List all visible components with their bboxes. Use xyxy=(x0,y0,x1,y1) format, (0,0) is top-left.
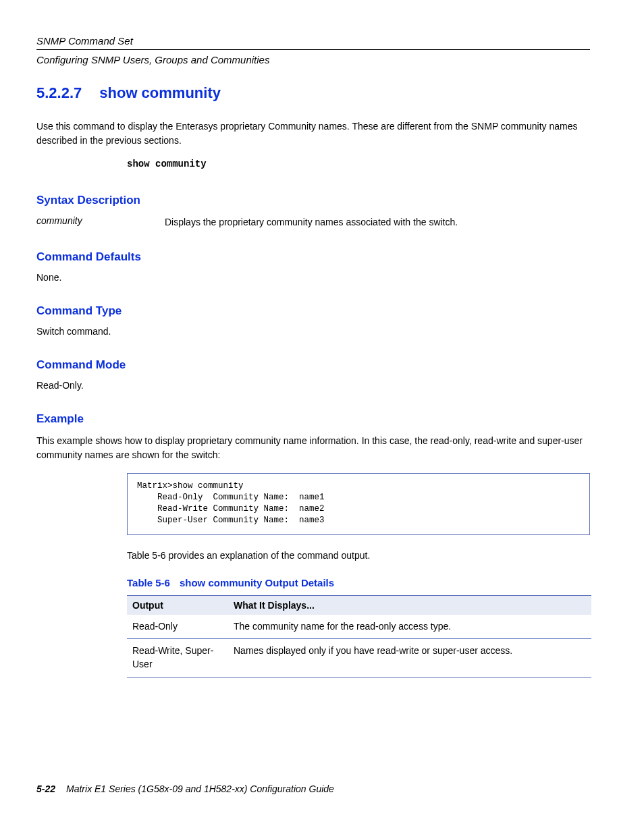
table-row: Read-Only The community name for the rea… xyxy=(127,615,591,639)
example-lead: This example shows how to display propri… xyxy=(36,434,590,462)
table-cell-output: Read-Only xyxy=(127,615,228,639)
table-cell-output: Read-Write, Super-User xyxy=(127,639,228,677)
syntax-option-name: community xyxy=(36,215,165,229)
output-details-table: Output What It Displays... Read-Only The… xyxy=(127,595,591,678)
table-row: Read-Write, Super-User Names displayed o… xyxy=(127,639,591,677)
running-header-section: Configuring SNMP Users, Groups and Commu… xyxy=(36,54,590,65)
section-title: show community xyxy=(99,84,221,101)
table-caption: Table 5-6show community Output Details xyxy=(127,577,590,588)
command-mode-block: Command Mode Read-Only. xyxy=(36,358,590,391)
command-mode-text: Read-Only. xyxy=(36,380,590,391)
section-heading: 5.2.2.7show community xyxy=(36,84,590,102)
running-header-chapter: SNMP Command Set xyxy=(36,35,590,47)
intro-paragraph: Use this command to display the Enterasy… xyxy=(36,119,590,148)
page-footer: 5-22Matrix E1 Series (1G58x-09 and 1H582… xyxy=(36,783,334,794)
command-defaults-block: Command Defaults None. xyxy=(36,250,590,283)
page-number: 5-22 xyxy=(36,783,55,794)
header-divider xyxy=(36,49,590,50)
command-defaults-text: None. xyxy=(36,272,590,283)
footer-title: Matrix E1 Series (1G58x-09 and 1H582-xx)… xyxy=(66,783,334,794)
table-cell-desc: Names displayed only if you have read-wr… xyxy=(228,639,591,677)
command-mode-heading: Command Mode xyxy=(36,358,590,372)
table-header-displays: What It Displays... xyxy=(228,595,591,615)
table-cross-reference: Table 5-6 provides an explanation of the… xyxy=(127,550,590,561)
section-number: 5.2.2.7 xyxy=(36,84,82,102)
table-header-output: Output xyxy=(127,595,228,615)
syntax-description-block: Syntax Description community Displays th… xyxy=(36,194,590,229)
table-number: Table 5-6 xyxy=(127,577,170,588)
command-type-block: Command Type Switch command. xyxy=(36,304,590,337)
example-output: Matrix>show community Read-Only Communit… xyxy=(127,473,590,535)
table-cell-desc: The community name for the read-only acc… xyxy=(228,615,591,639)
syntax-description-heading: Syntax Description xyxy=(36,194,590,207)
command-type-text: Switch command. xyxy=(36,326,590,337)
syntax-option-desc: Displays the proprietary community names… xyxy=(165,215,590,229)
syntax-line: show community xyxy=(127,159,590,169)
command-defaults-heading: Command Defaults xyxy=(36,250,590,264)
example-heading: Example xyxy=(36,412,590,426)
command-type-heading: Command Type xyxy=(36,304,590,318)
table-title: show community Output Details xyxy=(180,577,334,588)
